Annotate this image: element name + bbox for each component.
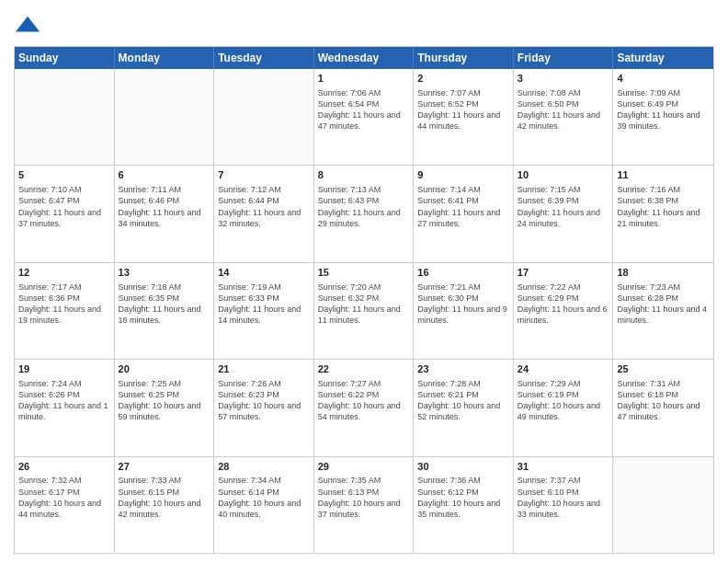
- header: [14, 9, 714, 39]
- day-number: 26: [18, 460, 110, 474]
- day-number: 17: [518, 266, 609, 280]
- weekday-header-friday: Friday: [514, 47, 614, 69]
- day-cell-22: 22Sunrise: 7:27 AM Sunset: 6:22 PM Dayli…: [314, 360, 415, 455]
- day-number: 2: [417, 72, 509, 86]
- day-cell-19: 19Sunrise: 7:24 AM Sunset: 6:26 PM Dayli…: [15, 360, 115, 455]
- calendar: SundayMondayTuesdayWednesdayThursdayFrid…: [14, 46, 714, 554]
- day-cell-12: 12Sunrise: 7:17 AM Sunset: 6:36 PM Dayli…: [15, 263, 115, 359]
- day-info: Sunrise: 7:26 AM Sunset: 6:23 PM Dayligh…: [218, 378, 310, 423]
- logo-icon: [16, 13, 41, 39]
- day-number: 19: [18, 362, 110, 376]
- calendar-body: 1Sunrise: 7:06 AM Sunset: 6:54 PM Daylig…: [15, 69, 713, 553]
- day-cell-3: 3Sunrise: 7:08 AM Sunset: 6:50 PM Daylig…: [514, 69, 614, 165]
- day-info: Sunrise: 7:37 AM Sunset: 6:10 PM Dayligh…: [518, 475, 609, 520]
- day-cell-24: 24Sunrise: 7:29 AM Sunset: 6:19 PM Dayli…: [514, 360, 614, 455]
- day-cell-23: 23Sunrise: 7:28 AM Sunset: 6:21 PM Dayli…: [414, 360, 514, 455]
- day-info: Sunrise: 7:31 AM Sunset: 6:18 PM Dayligh…: [617, 378, 710, 423]
- day-cell-20: 20Sunrise: 7:25 AM Sunset: 6:25 PM Dayli…: [115, 360, 215, 455]
- day-info: Sunrise: 7:09 AM Sunset: 6:49 PM Dayligh…: [617, 87, 710, 132]
- day-number: 12: [18, 266, 110, 280]
- day-number: 22: [318, 362, 410, 376]
- calendar-row-4: 19Sunrise: 7:24 AM Sunset: 6:26 PM Dayli…: [15, 359, 713, 455]
- day-cell-26: 26Sunrise: 7:32 AM Sunset: 6:17 PM Dayli…: [15, 457, 115, 553]
- day-number: 1: [318, 72, 410, 86]
- day-cell-29: 29Sunrise: 7:35 AM Sunset: 6:13 PM Dayli…: [314, 457, 415, 553]
- day-info: Sunrise: 7:35 AM Sunset: 6:13 PM Dayligh…: [318, 475, 410, 520]
- day-cell-11: 11Sunrise: 7:16 AM Sunset: 6:38 PM Dayli…: [613, 166, 713, 261]
- day-number: 21: [218, 362, 310, 376]
- day-number: 13: [119, 266, 210, 280]
- day-cell-empty-0-2: [214, 69, 314, 165]
- day-number: 6: [119, 168, 210, 182]
- day-info: Sunrise: 7:34 AM Sunset: 6:14 PM Dayligh…: [218, 475, 310, 520]
- day-cell-5: 5Sunrise: 7:10 AM Sunset: 6:47 PM Daylig…: [15, 166, 115, 261]
- day-cell-15: 15Sunrise: 7:20 AM Sunset: 6:32 PM Dayli…: [314, 263, 415, 359]
- day-number: 18: [617, 266, 710, 280]
- day-number: 4: [617, 72, 710, 86]
- day-cell-14: 14Sunrise: 7:19 AM Sunset: 6:33 PM Dayli…: [214, 263, 314, 359]
- day-number: 27: [119, 460, 210, 474]
- day-cell-4: 4Sunrise: 7:09 AM Sunset: 6:49 PM Daylig…: [613, 69, 713, 165]
- day-number: 11: [617, 168, 710, 182]
- day-number: 8: [318, 168, 410, 182]
- day-cell-7: 7Sunrise: 7:12 AM Sunset: 6:44 PM Daylig…: [214, 166, 314, 261]
- day-cell-9: 9Sunrise: 7:14 AM Sunset: 6:41 PM Daylig…: [414, 166, 514, 261]
- day-info: Sunrise: 7:16 AM Sunset: 6:38 PM Dayligh…: [617, 184, 710, 229]
- day-number: 9: [417, 168, 509, 182]
- day-number: 15: [318, 266, 410, 280]
- day-cell-25: 25Sunrise: 7:31 AM Sunset: 6:18 PM Dayli…: [613, 360, 713, 455]
- day-cell-empty-0-1: [115, 69, 215, 165]
- calendar-row-5: 26Sunrise: 7:32 AM Sunset: 6:17 PM Dayli…: [15, 456, 713, 553]
- weekday-header-tuesday: Tuesday: [214, 47, 314, 69]
- day-number: 14: [218, 266, 310, 280]
- day-info: Sunrise: 7:25 AM Sunset: 6:25 PM Dayligh…: [119, 378, 210, 423]
- day-info: Sunrise: 7:22 AM Sunset: 6:29 PM Dayligh…: [518, 282, 609, 327]
- day-number: 28: [218, 460, 310, 474]
- day-number: 3: [518, 72, 609, 86]
- day-info: Sunrise: 7:15 AM Sunset: 6:39 PM Dayligh…: [518, 184, 609, 229]
- weekday-header-saturday: Saturday: [613, 47, 713, 69]
- day-info: Sunrise: 7:32 AM Sunset: 6:17 PM Dayligh…: [18, 475, 110, 520]
- day-number: 29: [318, 460, 410, 474]
- weekday-header-monday: Monday: [115, 47, 215, 69]
- day-info: Sunrise: 7:18 AM Sunset: 6:35 PM Dayligh…: [119, 282, 210, 327]
- day-number: 31: [518, 460, 609, 474]
- day-info: Sunrise: 7:19 AM Sunset: 6:33 PM Dayligh…: [218, 282, 310, 327]
- day-info: Sunrise: 7:33 AM Sunset: 6:15 PM Dayligh…: [119, 475, 210, 520]
- day-number: 30: [417, 460, 509, 474]
- svg-marker-0: [16, 17, 40, 32]
- day-info: Sunrise: 7:12 AM Sunset: 6:44 PM Dayligh…: [218, 184, 310, 229]
- day-cell-30: 30Sunrise: 7:36 AM Sunset: 6:12 PM Dayli…: [414, 457, 514, 553]
- day-number: 10: [518, 168, 609, 182]
- day-info: Sunrise: 7:23 AM Sunset: 6:28 PM Dayligh…: [617, 282, 710, 327]
- calendar-row-1: 1Sunrise: 7:06 AM Sunset: 6:54 PM Daylig…: [15, 69, 713, 165]
- day-cell-8: 8Sunrise: 7:13 AM Sunset: 6:43 PM Daylig…: [314, 166, 415, 261]
- day-number: 5: [18, 168, 110, 182]
- day-info: Sunrise: 7:07 AM Sunset: 6:52 PM Dayligh…: [417, 87, 509, 132]
- page: SundayMondayTuesdayWednesdayThursdayFrid…: [0, 0, 728, 563]
- weekday-header-thursday: Thursday: [414, 47, 514, 69]
- day-cell-6: 6Sunrise: 7:11 AM Sunset: 6:46 PM Daylig…: [115, 166, 215, 261]
- day-info: Sunrise: 7:06 AM Sunset: 6:54 PM Dayligh…: [318, 87, 410, 132]
- calendar-row-2: 5Sunrise: 7:10 AM Sunset: 6:47 PM Daylig…: [15, 165, 713, 261]
- day-info: Sunrise: 7:36 AM Sunset: 6:12 PM Dayligh…: [417, 475, 509, 520]
- day-cell-21: 21Sunrise: 7:26 AM Sunset: 6:23 PM Dayli…: [214, 360, 314, 455]
- weekday-header-wednesday: Wednesday: [314, 47, 415, 69]
- day-cell-10: 10Sunrise: 7:15 AM Sunset: 6:39 PM Dayli…: [514, 166, 614, 261]
- day-cell-empty-0-0: [15, 69, 115, 165]
- day-info: Sunrise: 7:11 AM Sunset: 6:46 PM Dayligh…: [119, 184, 210, 229]
- day-info: Sunrise: 7:21 AM Sunset: 6:30 PM Dayligh…: [417, 282, 509, 327]
- day-cell-2: 2Sunrise: 7:07 AM Sunset: 6:52 PM Daylig…: [414, 69, 514, 165]
- day-info: Sunrise: 7:20 AM Sunset: 6:32 PM Dayligh…: [318, 282, 410, 327]
- day-info: Sunrise: 7:28 AM Sunset: 6:21 PM Dayligh…: [417, 378, 509, 423]
- calendar-row-3: 12Sunrise: 7:17 AM Sunset: 6:36 PM Dayli…: [15, 262, 713, 359]
- day-cell-27: 27Sunrise: 7:33 AM Sunset: 6:15 PM Dayli…: [115, 457, 215, 553]
- day-cell-31: 31Sunrise: 7:37 AM Sunset: 6:10 PM Dayli…: [514, 457, 614, 553]
- day-cell-empty-4-6: [613, 457, 713, 553]
- day-cell-13: 13Sunrise: 7:18 AM Sunset: 6:35 PM Dayli…: [115, 263, 215, 359]
- logo: [14, 13, 41, 39]
- day-info: Sunrise: 7:17 AM Sunset: 6:36 PM Dayligh…: [18, 282, 110, 327]
- day-cell-17: 17Sunrise: 7:22 AM Sunset: 6:29 PM Dayli…: [514, 263, 614, 359]
- day-info: Sunrise: 7:29 AM Sunset: 6:19 PM Dayligh…: [518, 378, 609, 423]
- day-info: Sunrise: 7:08 AM Sunset: 6:50 PM Dayligh…: [518, 87, 609, 132]
